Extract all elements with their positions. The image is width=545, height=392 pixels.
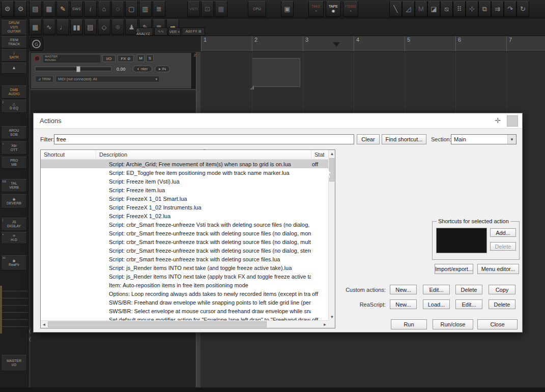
action-row[interactable]: Options: Loop recording always adds take… xyxy=(41,289,328,298)
find-shortcut-button[interactable]: Find shortcut... xyxy=(382,134,426,144)
action-row[interactable]: Script: js_Render items INTO next take (… xyxy=(41,272,328,281)
search-icon[interactable]: ◌ xyxy=(111,1,124,17)
vertical-scroll-thumb[interactable] xyxy=(329,158,334,182)
action-list-header[interactable]: Shortcut Descriptionˆ Stat xyxy=(41,150,328,160)
wave-button[interactable]: ∿∿ xyxy=(154,27,167,36)
fx-tal-verb[interactable]: TALVERBRB xyxy=(1,179,27,192)
cpu-icon[interactable]: CPU xyxy=(248,1,266,17)
razor-edit-icon[interactable]: ╲ xyxy=(389,1,402,17)
action-row[interactable]: Script: crbr_Smart freeze-unfreeze track… xyxy=(41,237,328,246)
ruler-mark[interactable]: 4 xyxy=(354,36,405,52)
action-row[interactable]: Script: Freeze item.lua xyxy=(41,186,328,194)
docker-icon[interactable]: ▥ xyxy=(139,1,152,17)
slope-edit-icon[interactable]: ◿ xyxy=(402,1,415,17)
scroll-left-icon[interactable]: ◄ xyxy=(41,321,47,328)
routing-icon[interactable]: ⇉ xyxy=(491,1,504,17)
reascript-new-button[interactable]: New... xyxy=(390,299,417,309)
meter-bars-icon[interactable]: ▮▮ xyxy=(70,19,83,35)
horizontal-scrollbar[interactable]: ◄ ► xyxy=(41,320,328,328)
grid-dots-icon[interactable]: ⠿ xyxy=(453,1,466,17)
fx-drum-guitar[interactable]: DRUMVSTiGUITAR xyxy=(1,20,27,35)
marker-m-icon[interactable]: M xyxy=(415,1,427,17)
ruler-mark[interactable]: 2 xyxy=(252,36,303,52)
action-row[interactable]: SWS/BR: Freehand draw envelope while sna… xyxy=(41,298,328,307)
column-description[interactable]: Descriptionˆ xyxy=(96,150,311,159)
add-shortcut-button[interactable]: Add... xyxy=(490,228,516,237)
piano-keys-icon[interactable]: ▤ xyxy=(84,19,97,35)
solo-button[interactable]: S xyxy=(146,54,154,62)
close-button[interactable]: Close xyxy=(477,319,518,329)
run-button[interactable]: Run xyxy=(391,319,427,329)
info-icon[interactable]: i xyxy=(84,1,97,17)
custom-copy-button[interactable]: Copy xyxy=(489,285,515,294)
fade-tool-icon[interactable]: ⧅ xyxy=(440,1,453,17)
volume-fader[interactable] xyxy=(35,67,111,71)
ruler-mark[interactable]: 1 xyxy=(201,36,252,52)
crosshair-icon[interactable]: ⊹ xyxy=(466,1,478,17)
sws-icon[interactable]: SWS xyxy=(70,1,83,17)
column-shortcut[interactable]: Shortcut xyxy=(41,150,96,159)
duplicate-icon[interactable]: ⧉ xyxy=(478,1,491,17)
mute-button[interactable]: M xyxy=(137,54,145,62)
trim-button[interactable]: ⊿ TRIM xyxy=(35,76,53,82)
fx-item-track[interactable]: ITEMTRACK xyxy=(1,36,27,48)
delete-shortcut-button[interactable]: Delete xyxy=(490,242,516,251)
fx-hd[interactable]: ♒H-D× xyxy=(1,232,27,244)
take-button[interactable]: TAKE◦ xyxy=(308,1,324,17)
ruler-mark[interactable]: 6 xyxy=(455,36,506,52)
guitar-icon[interactable]: ♩ xyxy=(56,19,69,35)
master-track-name[interactable]: MASTERROUSH xyxy=(43,55,100,63)
action-row[interactable]: Script: FreezeX 1_01 Smart.lua xyxy=(41,194,328,203)
action-row[interactable]: Script: js_Render items INTO next take (… xyxy=(41,263,328,272)
record-arm-knob[interactable] xyxy=(34,55,40,62)
loop-icon[interactable]: ↷ xyxy=(504,1,517,17)
action-row[interactable]: Script: ED_Toggle free item positioning … xyxy=(41,168,328,177)
timeline-ruler[interactable]: 1234567 xyxy=(201,36,545,52)
mixer-icon[interactable]: ≣ xyxy=(153,1,165,17)
action-row[interactable]: Script: Archie_Grid; Free movement of it… xyxy=(41,160,328,168)
save-icon[interactable]: ▤ xyxy=(29,1,42,17)
ruler-mark[interactable]: 7 xyxy=(506,36,545,52)
reascript-load-button[interactable]: Load... xyxy=(423,299,450,309)
reascript-delete-button[interactable]: Delete xyxy=(489,299,515,309)
percussion-icon[interactable]: ◇ xyxy=(98,19,110,35)
horizontal-scroll-thumb[interactable] xyxy=(48,321,267,327)
ruler-mark[interactable]: 3 xyxy=(303,36,354,52)
action-row[interactable]: Script: crbr_Smart freeze-unfreeze track… xyxy=(41,229,328,237)
fx-d-eq[interactable]: △D EQ2 xyxy=(1,100,27,113)
pan-display[interactable]: ◐ nter xyxy=(133,66,152,72)
drum-machine-icon[interactable]: ▦ xyxy=(29,19,42,35)
tempo-wave-icon[interactable]: ∿ xyxy=(43,19,55,35)
fx-arou-sob[interactable]: AROUSOB xyxy=(1,126,27,139)
action-row[interactable]: Script: FreezeX 1_02 Instruments.lua xyxy=(41,203,328,212)
tape-button[interactable]: TAPE◉ xyxy=(326,1,341,17)
action-row[interactable]: Set default mouse modifier action for "E… xyxy=(41,315,328,320)
arrange-area[interactable] xyxy=(201,52,545,113)
run-close-button[interactable]: Run/close xyxy=(433,319,473,329)
fx-deverb[interactable]: ◉DEVERB xyxy=(1,194,27,208)
fx-artist[interactable]: ♟ xyxy=(1,63,27,74)
fx-ott[interactable]: XtirOTT> xyxy=(1,141,27,155)
fx-pro-mb[interactable]: PROMB xyxy=(1,157,27,169)
add-fx-button[interactable]: Add FX ⊞ xyxy=(182,27,205,36)
routing-grid-icon[interactable]: ▦ xyxy=(215,1,227,17)
screenset-icon[interactable]: ▢ xyxy=(125,1,138,17)
action-row[interactable]: Script: FreezeX 1_02.lua xyxy=(41,212,328,220)
shortcut-listbox[interactable] xyxy=(436,228,487,253)
fx-js-digilay[interactable]: JSDIGILAY) xyxy=(1,218,27,231)
master-io-tile[interactable]: MASTERI/O xyxy=(1,355,27,371)
reascript-edit-button[interactable]: Edit... xyxy=(455,299,482,309)
ruler-mark[interactable]: 5 xyxy=(405,36,455,52)
section-dropdown[interactable]: Main ▼ xyxy=(451,134,517,144)
action-row[interactable]: Script: crbr_Smart freeze-unfreeze Vsti … xyxy=(41,220,328,229)
gear-icon[interactable]: ⚙ xyxy=(14,1,27,17)
midi-input-selector[interactable]: MIDI (not connected): All▾ xyxy=(55,76,160,82)
input-button[interactable]: ▸ IN xyxy=(155,66,170,72)
custom-edit-button[interactable]: Edit... xyxy=(423,285,450,294)
action-row[interactable]: Script: crbr_Smart freeze-unfreeze track… xyxy=(41,246,328,255)
monitor-icon[interactable]: ▣ xyxy=(281,1,294,17)
mic-icon[interactable]: ⌾ xyxy=(111,19,124,35)
mouse-modifier-icon[interactable]: ⚙ xyxy=(1,1,14,17)
fader-handle[interactable] xyxy=(76,66,80,72)
action-row[interactable]: SWS/BR: Select envelope at mouse cursor … xyxy=(41,307,328,315)
